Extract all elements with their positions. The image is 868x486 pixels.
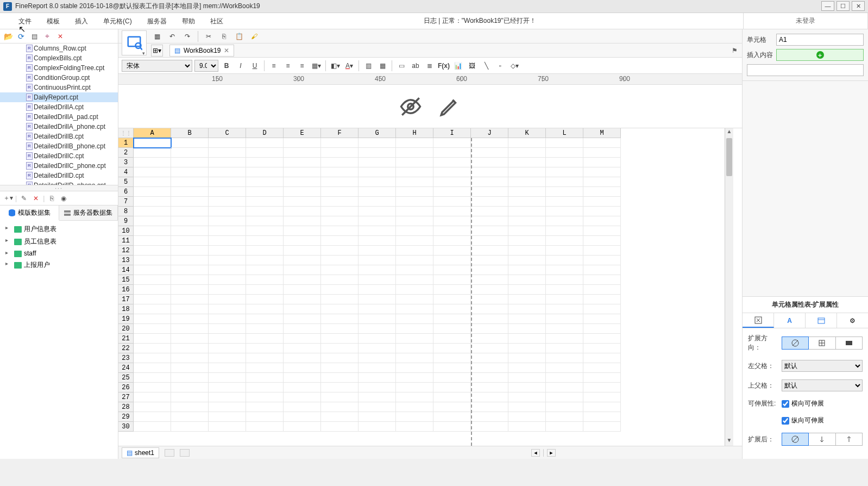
grid-cell[interactable]	[284, 148, 321, 158]
file-item[interactable]: DailyReport.cpt	[0, 92, 118, 102]
grid-cell[interactable]	[583, 412, 621, 422]
grid-cell[interactable]	[508, 402, 546, 412]
grid-cell[interactable]	[358, 236, 396, 246]
grid-cell[interactable]	[358, 148, 396, 158]
grid-cell[interactable]	[246, 265, 284, 275]
grid-cell[interactable]	[246, 226, 284, 236]
after-none-button[interactable]	[782, 433, 809, 446]
column-header[interactable]: J	[471, 128, 508, 138]
row-header[interactable]: 28	[118, 402, 134, 412]
grid-cell[interactable]	[358, 402, 396, 412]
grid-cell[interactable]	[396, 226, 433, 236]
grid-cell[interactable]	[396, 285, 433, 295]
grid-cell[interactable]	[433, 295, 471, 304]
grid-cell[interactable]	[546, 275, 583, 285]
grid-cell[interactable]	[546, 412, 583, 422]
grid-cell[interactable]	[433, 246, 471, 256]
insert-cell-icon[interactable]: ▭	[395, 60, 407, 72]
grid-cell[interactable]	[209, 197, 246, 207]
grid-cell[interactable]	[284, 187, 321, 197]
grid-cell[interactable]	[396, 265, 433, 275]
grid-cell[interactable]	[471, 412, 508, 422]
grid-cell[interactable]	[583, 226, 621, 236]
border-icon[interactable]: ▦▾	[310, 60, 322, 72]
paste-icon[interactable]: 📋	[233, 30, 245, 42]
grid-cell[interactable]	[209, 412, 246, 422]
grid-cell[interactable]	[209, 236, 246, 246]
grid-cell[interactable]	[284, 363, 321, 373]
grid-cell[interactable]	[209, 295, 246, 304]
grid-cell[interactable]	[321, 148, 358, 158]
grid-cell[interactable]	[546, 373, 583, 383]
grid-cell[interactable]	[209, 256, 246, 265]
grid-cell[interactable]	[284, 295, 321, 304]
grid-cell[interactable]	[209, 304, 246, 314]
grid-cell[interactable]	[321, 324, 358, 334]
grid-cell[interactable]	[546, 402, 583, 412]
grid-cell[interactable]	[546, 392, 583, 402]
grid-cell[interactable]	[284, 207, 321, 216]
insert-content-button[interactable]: ＋	[776, 49, 864, 61]
row-header[interactable]: 8	[118, 207, 134, 216]
after-asc-button[interactable]	[808, 433, 835, 446]
grid-cell[interactable]	[171, 177, 209, 187]
grid-cell[interactable]	[358, 256, 396, 265]
grid-cell[interactable]	[546, 187, 583, 197]
grid-cell[interactable]	[284, 167, 321, 177]
grid-cell[interactable]	[209, 344, 246, 353]
grid-cell[interactable]	[134, 392, 171, 402]
grid-cell[interactable]	[396, 383, 433, 392]
sheet-nav-prev-icon[interactable]: ◄	[531, 449, 540, 457]
expand-horizontal-button[interactable]	[835, 337, 863, 350]
grid-cell[interactable]	[583, 422, 621, 432]
grid-cell[interactable]	[321, 216, 358, 226]
file-item[interactable]: ComplexFoldingTree.cpt	[0, 63, 118, 73]
grid-cell[interactable]	[471, 304, 508, 314]
grid-cell[interactable]	[246, 314, 284, 324]
dataset-node[interactable]: 员工信息表	[3, 235, 115, 248]
grid-cell[interactable]	[471, 246, 508, 256]
grid-cell[interactable]	[396, 334, 433, 344]
grid-cell[interactable]	[396, 363, 433, 373]
file-item[interactable]: DetailedDrillA_pad.cpt	[0, 112, 118, 122]
copy-icon[interactable]: ⎘	[218, 30, 230, 42]
grid-cell[interactable]	[246, 422, 284, 432]
grid-cell[interactable]	[358, 138, 396, 148]
grid-cell[interactable]	[171, 167, 209, 177]
row-header[interactable]: 18	[118, 304, 134, 314]
column-header[interactable]: D	[246, 128, 284, 138]
undo-icon[interactable]: ↶	[166, 30, 178, 42]
grid-cell[interactable]	[246, 256, 284, 265]
grid-cell[interactable]	[433, 324, 471, 334]
grid-cell[interactable]	[433, 334, 471, 344]
file-item[interactable]: DetailedDrillB_phone.cpt	[0, 141, 118, 151]
grid-cell[interactable]	[396, 373, 433, 383]
grid-cell[interactable]	[508, 314, 546, 324]
grid-cell[interactable]	[583, 392, 621, 402]
grid-cell[interactable]	[284, 402, 321, 412]
grid-cell[interactable]	[583, 353, 621, 363]
grid-cell[interactable]	[171, 304, 209, 314]
grid-cell[interactable]	[171, 285, 209, 295]
grid-cell[interactable]	[284, 373, 321, 383]
grid-cell[interactable]	[433, 158, 471, 167]
grid-cell[interactable]	[171, 275, 209, 285]
align-left-icon[interactable]: ≡	[268, 60, 280, 72]
grid-cell[interactable]	[358, 167, 396, 177]
grid-cell[interactable]	[284, 158, 321, 167]
grid-cell[interactable]	[546, 363, 583, 373]
grid-cell[interactable]	[546, 216, 583, 226]
column-header[interactable]: M	[583, 128, 621, 138]
grid-cell[interactable]	[246, 158, 284, 167]
row-header[interactable]: 16	[118, 285, 134, 295]
grid-cell[interactable]	[209, 353, 246, 363]
grid-cell[interactable]	[546, 207, 583, 216]
formula-input[interactable]	[747, 64, 864, 76]
grid-cell[interactable]	[396, 275, 433, 285]
grid-cell[interactable]	[284, 304, 321, 314]
column-header[interactable]: F	[321, 128, 358, 138]
grid-cell[interactable]	[284, 236, 321, 246]
grid-cell[interactable]	[284, 392, 321, 402]
grid-cell[interactable]	[321, 422, 358, 432]
scroll-up-icon[interactable]: ▲	[725, 128, 733, 137]
